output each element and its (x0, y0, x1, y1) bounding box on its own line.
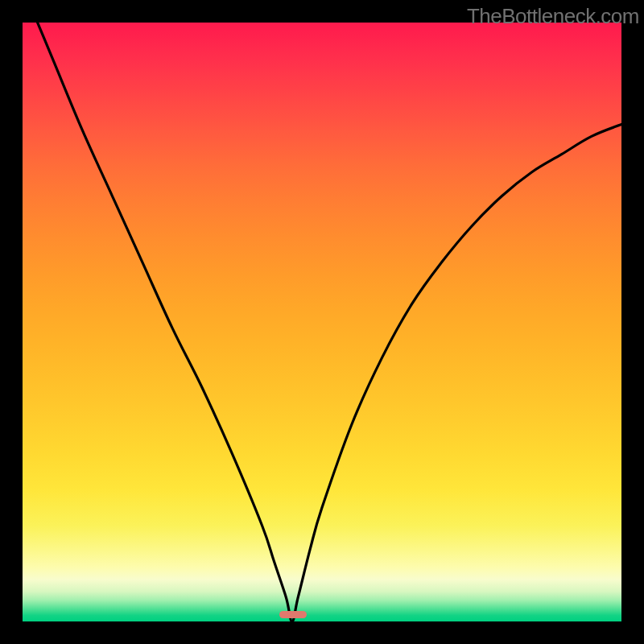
watermark-text: TheBottleneck.com (467, 4, 639, 29)
optimal-marker (279, 611, 307, 619)
plot-area (23, 23, 621, 621)
curve-svg (23, 23, 621, 621)
bottleneck-curve (23, 23, 621, 621)
chart-container: TheBottleneck.com (0, 0, 644, 644)
